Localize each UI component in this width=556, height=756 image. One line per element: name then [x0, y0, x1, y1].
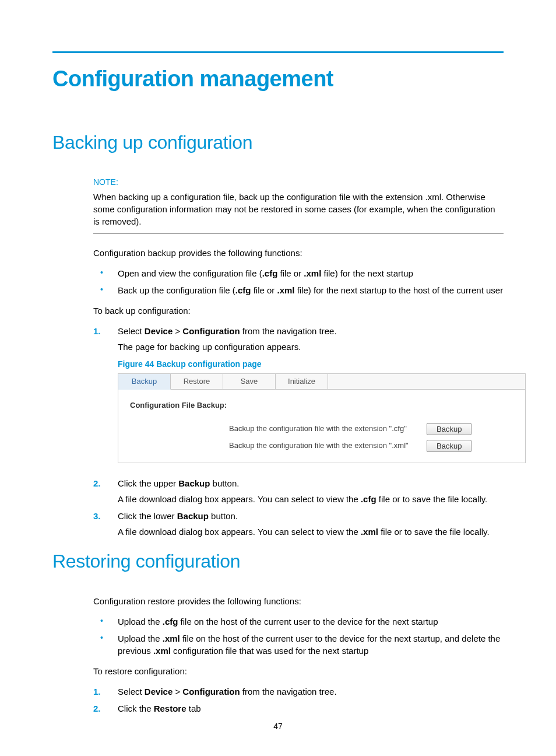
- section-heading-restore: Restoring configuration: [52, 548, 504, 575]
- list-item: Open and view the configuration file (.c…: [93, 267, 504, 279]
- restore-lead-steps: To restore configuration:: [93, 665, 504, 677]
- tab-backup[interactable]: Backup: [118, 374, 171, 390]
- ui-tabs: Backup Restore Save Initialize: [118, 374, 525, 390]
- backup-cfg-label: Backup the configuration file with the e…: [229, 424, 424, 434]
- note-body: When backing up a configuration file, ba…: [93, 191, 504, 228]
- ui-panel: Backup Restore Save Initialize Configura…: [118, 373, 526, 463]
- list-item: Back up the configuration file (.cfg fil…: [93, 284, 504, 296]
- backup-xml-button[interactable]: Backup: [427, 440, 471, 452]
- tab-initialize[interactable]: Initialize: [276, 374, 328, 389]
- section-heading-backup: Backing up configuration: [52, 130, 504, 156]
- restore-intro: Configuration restore provides the follo…: [93, 595, 504, 607]
- step-3: Click the lower Backup button. A file do…: [93, 510, 504, 538]
- note-block: NOTE: When backing up a configuration fi…: [93, 177, 504, 234]
- ui-subtitle: Configuration File Backup:: [130, 400, 513, 411]
- restore-step-1: Select Device > Configuration from the n…: [93, 685, 504, 698]
- list-item: Upload the .xml file on the host of the …: [93, 632, 504, 657]
- tab-save[interactable]: Save: [223, 374, 276, 389]
- list-item: Upload the .cfg file on the host of the …: [93, 615, 504, 628]
- tab-restore[interactable]: Restore: [171, 374, 223, 389]
- page-title: Configuration management: [52, 64, 504, 94]
- backup-cfg-button[interactable]: Backup: [427, 423, 471, 435]
- step-3-sub: A file download dialog box appears. You …: [118, 526, 504, 538]
- restore-step-2: Click the Restore tab: [93, 702, 504, 715]
- step-1-sub: The page for backing up configuration ap…: [118, 341, 504, 353]
- backup-lead-steps: To back up configuration:: [93, 304, 504, 317]
- note-label: NOTE:: [93, 177, 504, 188]
- step-2-sub: A file download dialog box appears. You …: [118, 493, 504, 505]
- backup-xml-label: Backup the configuration file with the e…: [229, 440, 424, 451]
- step-1: Select Device > Configuration from the n…: [93, 325, 504, 463]
- step-2: Click the upper Backup button. A file do…: [93, 477, 504, 505]
- page-number: 47: [0, 721, 556, 733]
- figure-caption: Figure 44 Backup configuration page: [118, 359, 504, 370]
- backup-intro: Configuration backup provides the follow…: [93, 247, 504, 259]
